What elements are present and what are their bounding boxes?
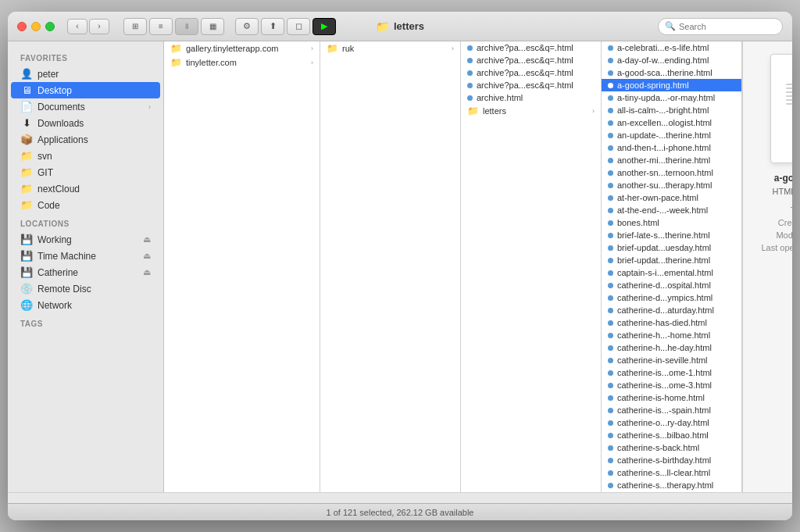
drive-icon-working: 💾 xyxy=(20,234,33,245)
html-dot-icon xyxy=(467,58,473,63)
forward-button[interactable]: › xyxy=(89,19,109,34)
sidebar-item-downloads[interactable]: ⬇ Downloads xyxy=(8,115,163,131)
status-text: 1 of 121 selected, 262.12 GB available xyxy=(327,508,474,517)
list-item[interactable]: an-excellen...ologist.html xyxy=(602,116,741,129)
share-button[interactable]: ⬆ xyxy=(261,18,284,35)
list-item[interactable]: 📁 letters › xyxy=(461,104,601,118)
list-item[interactable]: catherine-o...ry-day.html xyxy=(602,416,741,429)
sidebar-item-svn[interactable]: 📁 svn xyxy=(8,148,163,164)
list-item[interactable]: a-celebrati...e-s-life.html xyxy=(602,41,741,54)
columns-area: 📁 gallery.tinyletterapp.com › 📁 tinylett… xyxy=(164,41,792,492)
view-icon-columns[interactable]: ⦀ xyxy=(175,18,198,35)
chevron-icon: › xyxy=(311,59,313,66)
sidebar-item-git[interactable]: 📁 GIT xyxy=(8,164,163,180)
statusbar: 1 of 121 selected, 262.12 GB available xyxy=(8,503,792,520)
list-item[interactable]: catherine-d...aturday.html xyxy=(602,304,741,316)
list-item[interactable]: catherine-is-home.html xyxy=(602,391,741,404)
list-item[interactable]: a-good-spring.html xyxy=(602,79,741,91)
list-item[interactable]: catherine-s...ll-clear.html xyxy=(602,466,741,479)
list-item[interactable]: an-update-...therine.html xyxy=(602,129,741,141)
tag-button[interactable]: ◻ xyxy=(287,18,310,35)
list-item[interactable]: brief-late-s...therine.html xyxy=(602,229,741,241)
list-item[interactable]: 📁 gallery.tinyletterapp.com › xyxy=(164,41,320,55)
list-item[interactable]: catherine-h...-home.html xyxy=(602,329,741,341)
view-icon-list[interactable]: ≡ xyxy=(149,18,173,35)
sidebar-item-code[interactable]: 📁 Code xyxy=(8,197,163,213)
tags-row: Tags Add Tags... xyxy=(752,205,792,215)
file-label: brief-updat...uesday.html xyxy=(617,243,711,252)
back-button[interactable]: ‹ xyxy=(67,19,88,34)
list-item[interactable]: bones.html xyxy=(602,216,741,229)
list-item[interactable]: at-the-end-...-week.html xyxy=(602,204,741,216)
sidebar-label-timemachine: Time Machine xyxy=(38,251,96,262)
list-item[interactable]: archive?pa...esc&q=.html xyxy=(461,54,601,66)
list-item[interactable]: at-her-own-pace.html xyxy=(602,191,741,204)
sidebar-item-nextcloud[interactable]: 📁 nextCloud xyxy=(8,180,163,197)
list-item[interactable]: catherine-s...bilbao.html xyxy=(602,429,741,441)
folder-icon-git: 📁 xyxy=(20,166,33,178)
sidebar-item-catherine[interactable]: 💾 Catherine ⏏ xyxy=(8,264,163,280)
list-item[interactable]: catherine-is...ome-1.html xyxy=(602,366,741,379)
sidebar-item-documents[interactable]: 📄 Documents › xyxy=(8,98,163,115)
terminal-button[interactable]: ▶ xyxy=(312,18,336,35)
list-item[interactable]: a-day-of-w...ending.html xyxy=(602,54,741,66)
file-label: all-is-calm-...-bright.html xyxy=(617,105,709,115)
file-label: archive?pa...esc&q=.html xyxy=(477,55,573,65)
view-icon-grid[interactable]: ⊞ xyxy=(123,18,147,35)
list-item[interactable]: catherine-d...ospital.html xyxy=(602,279,741,291)
file-label: catherine-o...ry-day.html xyxy=(617,418,709,427)
sidebar-item-applications[interactable]: 📦 Applications xyxy=(8,131,163,148)
list-item[interactable]: a-tiny-upda...-or-may.html xyxy=(602,91,741,104)
list-item[interactable]: archive?pa...esc&q=.html xyxy=(461,79,601,91)
view-icon-gallery[interactable]: ▦ xyxy=(201,18,224,35)
action-button[interactable]: ⚙ xyxy=(235,18,259,35)
html-dot-icon xyxy=(608,470,613,476)
sidebar-item-peter[interactable]: 👤 peter xyxy=(8,66,163,82)
list-item[interactable]: brief-updat...therine.html xyxy=(602,254,741,266)
eject-icon-working: ⏏ xyxy=(143,234,151,245)
list-item[interactable]: catherine-d...ympics.html xyxy=(602,291,741,304)
list-item[interactable]: catherine-s-back.html xyxy=(602,441,741,454)
list-item[interactable]: catherine-h...he-day.html xyxy=(602,341,741,354)
list-item[interactable]: brief-updat...uesday.html xyxy=(602,241,741,254)
sidebar-item-desktop[interactable]: 🖥 Desktop xyxy=(11,82,160,98)
chevron-icon: › xyxy=(311,45,313,52)
sidebar-item-network[interactable]: 🌐 Network xyxy=(8,297,163,313)
list-item[interactable]: a-good-sca...therine.html xyxy=(602,66,741,79)
html-dot-icon xyxy=(608,420,613,426)
folder-icon-code: 📁 xyxy=(20,199,33,211)
sidebar-item-working[interactable]: 💾 Working ⏏ xyxy=(8,231,163,248)
file-label: archive?pa...esc&q=.html xyxy=(477,68,573,77)
list-item[interactable]: archive?pa...esc&q=.html xyxy=(461,66,601,79)
list-item[interactable]: another-mi...therine.html xyxy=(602,154,741,166)
html-dot-icon xyxy=(608,370,613,376)
sidebar-item-timemachine[interactable]: 💾 Time Machine ⏏ xyxy=(8,248,163,264)
list-item[interactable]: catherine-is...ome-3.html xyxy=(602,379,741,391)
search-box[interactable]: 🔍 xyxy=(658,18,783,35)
search-input[interactable] xyxy=(679,22,776,31)
sidebar-item-remotedisc[interactable]: 💿 Remote Disc xyxy=(8,280,163,297)
list-item[interactable]: all-is-calm-...-bright.html xyxy=(602,104,741,116)
file-label: archive?pa...esc&q=.html xyxy=(477,43,573,52)
list-item[interactable]: captain-s-i...emental.html xyxy=(602,266,741,279)
search-icon: 🔍 xyxy=(665,21,676,31)
list-item[interactable]: 📁 tinyletter.com › xyxy=(164,55,320,70)
list-item[interactable]: catherine-s...therapy.html xyxy=(602,479,741,491)
list-item[interactable]: catherine-s-birthday.html xyxy=(602,454,741,466)
close-button[interactable] xyxy=(17,22,27,31)
minimize-button[interactable] xyxy=(31,22,41,31)
fullscreen-button[interactable] xyxy=(45,22,55,31)
html-dot-icon xyxy=(608,445,613,451)
list-item[interactable]: catherine-is...-spain.html xyxy=(602,404,741,416)
list-item[interactable]: another-sn...ternoon.html xyxy=(602,166,741,179)
drive-icon-catherine: 💾 xyxy=(20,266,33,278)
list-item[interactable]: 📁 ruk › xyxy=(320,41,460,55)
list-item[interactable]: another-su...therapy.html xyxy=(602,179,741,191)
list-item[interactable]: catherine-has-died.html xyxy=(602,316,741,329)
sidebar-label-downloads: Downloads xyxy=(38,118,84,129)
list-item[interactable]: catherine-in-seville.html xyxy=(602,354,741,366)
list-item[interactable]: and-then-t...i-phone.html xyxy=(602,141,741,154)
list-item[interactable]: archive?pa...esc&q=.html xyxy=(461,41,601,54)
list-item[interactable]: archive.html xyxy=(461,91,601,104)
file-label: a-good-sca...therine.html xyxy=(617,68,712,77)
